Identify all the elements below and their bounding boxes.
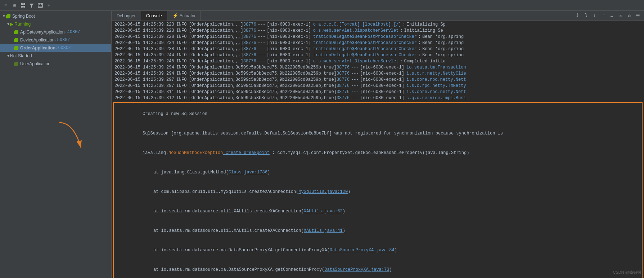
tab-btn-clear[interactable]: ✕ <box>617 12 625 20</box>
order-port: :6080/ <box>55 45 71 50</box>
stack-line-2: at com.alibaba.druid.util.MySqlUtils.cre… <box>117 182 639 202</box>
log-line: 2022-06-15 14:25:39.223 INFO [OrderAppli… <box>112 22 644 28</box>
log-line: 2022-06-15 14:25:39.223 INFO [OrderAppli… <box>112 28 644 34</box>
device-port: :5080/ <box>54 37 70 43</box>
sidebar-not-started-section[interactable]: ▼ Not Started <box>0 52 111 60</box>
stack-line-4: at io.seata.rm.datasource.util.XAUtils.c… <box>117 221 639 241</box>
svg-marker-4 <box>30 4 34 8</box>
log-line: 2022-06-15 14:25:39.245 INFO [OrderAppli… <box>112 58 644 65</box>
running-arrow: ▼ <box>7 22 9 26</box>
error-section: Creating a new SqlSession SqlSession [or… <box>113 102 643 278</box>
apigateway-icon <box>14 30 19 35</box>
error-line-2: SqlSession [org.apache.ibatis.session.de… <box>117 124 639 143</box>
sidebar-running-section[interactable]: ▼ ▶ Running <box>0 20 111 28</box>
toolbar-icon-3[interactable] <box>19 2 27 9</box>
console-label: Console <box>146 13 162 18</box>
log-line: 2022-06-15 14:25:39.294 INFO [OrderAppli… <box>112 65 644 71</box>
order-label: OrderApplication <box>20 45 55 50</box>
error-line-3: java.lang.NoSuchMethodException Create b… <box>117 143 639 163</box>
svg-rect-2 <box>21 6 23 8</box>
toolbar-icon-add[interactable]: + <box>45 2 53 9</box>
stack-link[interactable]: XAUtils.java:41 <box>304 228 343 233</box>
tab-console[interactable]: Console <box>141 11 167 21</box>
tab-btn-wrap[interactable]: ↵ <box>608 12 616 20</box>
spring-boot-icon <box>6 14 11 19</box>
log-line: 2022-06-15 14:25:39.297 INFO [OrderAppli… <box>112 77 644 83</box>
user-label: UserApplication <box>20 61 50 66</box>
top-toolbar: ≡ ⊞ + <box>0 0 644 11</box>
not-started-arrow: ▼ <box>7 54 9 58</box>
sidebar-spring-boot-header[interactable]: ▼ Spring Boot <box>0 12 111 20</box>
stack-link[interactable]: Class.java:1786 <box>229 170 267 175</box>
tab-btn-scroll-up[interactable]: ⤴ <box>573 12 581 20</box>
actuator-label: Actuator <box>180 13 196 18</box>
spring-boot-label: Spring Boot <box>12 14 35 19</box>
log-line: 2022-06-15 14:25:39.238 INFO [OrderAppli… <box>112 46 644 52</box>
user-icon <box>14 61 19 66</box>
order-icon <box>14 45 19 50</box>
svg-rect-1 <box>23 3 25 5</box>
sidebar: ▼ Spring Boot ▼ ▶ Running ApiGatewayAppl… <box>0 11 112 278</box>
main-layout: ▼ Spring Boot ▼ ▶ Running ApiGatewayAppl… <box>0 11 644 278</box>
svg-rect-3 <box>23 6 25 8</box>
toolbar-icon-2[interactable]: ⊞ <box>11 2 18 9</box>
tab-btn-menu[interactable]: ☰ <box>634 12 642 20</box>
log-line: 2022-06-15 14:25:39.244 INFO [OrderAppli… <box>112 52 644 58</box>
running-label: ▶ Running <box>10 22 31 27</box>
sidebar-item-order[interactable]: OrderApplication :6080/ <box>0 44 111 52</box>
error-line-1: Creating a new SqlSession <box>117 104 639 124</box>
tab-debugger[interactable]: Debugger <box>112 11 141 21</box>
tab-btn-down[interactable]: ↓ <box>591 12 599 20</box>
apigateway-label: ApiGatewayApplication <box>20 30 64 35</box>
debugger-label: Debugger <box>117 13 136 18</box>
not-started-label: Not Started <box>10 53 32 58</box>
stack-link[interactable]: MySqlUtils.java:120 <box>298 189 348 194</box>
svg-rect-5 <box>38 3 42 8</box>
tab-actuator[interactable]: ⚡ Actuator <box>167 11 201 21</box>
device-icon <box>14 37 19 43</box>
log-line: 2022-06-15 14:25:39.311 INFO [OrderAppli… <box>112 89 644 95</box>
log-line: 2022-06-15 14:25:39.228 INFO [OrderAppli… <box>112 34 644 40</box>
log-line: 2022-06-15 14:25:39.297 INFO [OrderAppli… <box>112 83 644 89</box>
device-label: DeviceApplication <box>20 37 54 43</box>
tab-btn-up[interactable]: ↑ <box>599 12 607 20</box>
watermark: CSDN @钱钿铜 <box>613 270 641 275</box>
tabs-right-icons: ⤴ ⤵ ↓ ↑ ↵ ✕ ⚙ ☰ <box>573 12 644 20</box>
svg-rect-0 <box>21 3 23 5</box>
sidebar-item-apigateway[interactable]: ApiGatewayApplication :4080/ <box>0 28 111 36</box>
stack-line-3: at io.seata.rm.datasource.util.XAUtils.c… <box>117 202 639 221</box>
collapse-arrow: ▼ <box>3 14 5 18</box>
toolbar-icon-1[interactable]: ≡ <box>2 2 9 9</box>
toolbar-icon-filter[interactable] <box>28 2 35 9</box>
tabs-bar: Debugger Console ⚡ Actuator ⤴ ⤵ ↓ ↑ ↵ ✕ … <box>112 11 644 21</box>
stack-line-1: at java.lang.Class.getMethod(Class.java:… <box>117 163 639 182</box>
stack-line-5: at io.seata.rm.datasource.xa.DataSourceP… <box>117 241 639 260</box>
sidebar-item-user[interactable]: UserApplication <box>0 60 111 68</box>
tab-btn-scroll-down[interactable]: ⤵ <box>582 12 590 20</box>
apigateway-port: :4080/ <box>64 30 80 35</box>
content-area: Debugger Console ⚡ Actuator ⤴ ⤵ ↓ ↑ ↵ ✕ … <box>112 11 644 278</box>
toolbar-icon-save[interactable] <box>37 2 44 9</box>
log-area[interactable]: 2022-06-15 14:25:39.223 INFO [OrderAppli… <box>112 21 644 278</box>
actuator-icon: ⚡ <box>172 13 178 18</box>
log-line: 2022-06-15 14:25:39.294 INFO [OrderAppli… <box>112 71 644 77</box>
stack-link[interactable]: DataSourceProxyXA.java:73 <box>324 267 389 272</box>
log-line: 2022-06-15 14:25:39.234 INFO [OrderAppli… <box>112 40 644 46</box>
sidebar-item-device[interactable]: DeviceApplication :5080/ <box>0 36 111 44</box>
tab-btn-gear[interactable]: ⚙ <box>625 12 633 20</box>
stack-link[interactable]: DataSourceProxyXA.java:84 <box>330 248 395 253</box>
log-line: 2022-06-15 14:25:39.312 INFO [OrderAppli… <box>112 95 644 101</box>
stack-line-6: at io.seata.rm.datasource.xa.DataSourceP… <box>117 260 639 278</box>
create-breakpoint-link[interactable]: Create breakpoint <box>223 150 270 155</box>
stack-link[interactable]: XAUtils.java:62 <box>304 209 343 214</box>
